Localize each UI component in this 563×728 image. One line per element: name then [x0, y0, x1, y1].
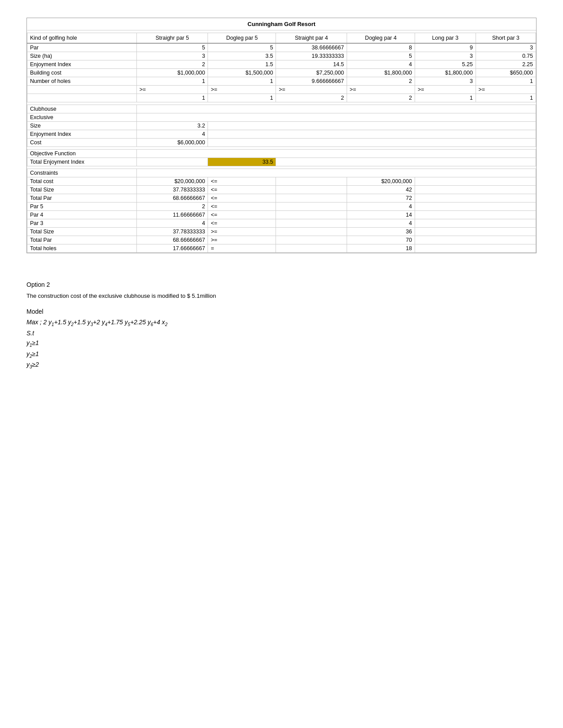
cell: 1	[136, 77, 208, 86]
cell: $20,000,000	[136, 177, 208, 186]
row-label: Par 3	[27, 219, 137, 228]
cell	[208, 130, 536, 139]
cell: 68.66666667	[136, 236, 208, 244]
cell	[415, 194, 536, 203]
cell: 2	[136, 60, 208, 69]
cell: 37.78333333	[136, 186, 208, 194]
option-title: Option 2	[26, 281, 537, 288]
table-row: Total Par 68.66666667 <= 72	[27, 194, 536, 203]
table-row: Constraints	[27, 169, 536, 177]
cell: $1,800,000	[415, 69, 476, 77]
cell	[415, 186, 536, 194]
cell: <=	[208, 194, 276, 203]
cell: >=	[347, 86, 415, 94]
cell: 0.75	[476, 52, 536, 60]
row-label: Enjoyment Index	[27, 130, 137, 139]
cell: <=	[208, 203, 276, 211]
cell: 18	[347, 244, 415, 253]
cell: 1.5	[208, 60, 276, 69]
table-row: Enjoyment Index 4	[27, 130, 536, 139]
row-label: Clubhouse	[27, 105, 137, 113]
row-label: Size (ha)	[27, 52, 137, 60]
cell: 4	[136, 130, 208, 139]
cell: 8	[347, 43, 415, 52]
cell: >=	[208, 236, 276, 244]
total-enjoyment-row: Total Enjoyment Index 33.5	[27, 158, 536, 166]
cell: 3	[415, 52, 476, 60]
cell	[136, 169, 536, 177]
table-row: Par 5 2 <= 4	[27, 203, 536, 211]
cell: 1	[208, 77, 276, 86]
max-line: Max ; 2 y1+1.5 y2+1.5 y3+2 y4+1.75 y5+2.…	[26, 319, 537, 327]
model-section: Model Max ; 2 y1+1.5 y2+1.5 y3+2 y4+1.75…	[26, 308, 537, 369]
cell: <=	[208, 211, 276, 219]
cell: $1,000,000	[136, 69, 208, 77]
cell: >=	[276, 86, 347, 94]
cell: $650,000	[476, 69, 536, 77]
cell: 1	[208, 94, 276, 102]
cell: 5	[208, 43, 276, 52]
col-header-3: Straight par 4	[276, 33, 347, 44]
table-row: Par 3 4 <= 4	[27, 219, 536, 228]
cell: 9	[415, 43, 476, 52]
cell: <=	[208, 186, 276, 194]
col-header-4: Dogleg par 4	[347, 33, 415, 44]
table-row: Par 4 11.66666667 <= 14	[27, 211, 536, 219]
row-label: Cost	[27, 139, 137, 147]
row-label: Constraints	[27, 169, 137, 177]
cell	[276, 194, 347, 203]
table-row: Objective Function	[27, 150, 536, 158]
table-title: Cunningham Golf Resort	[27, 18, 536, 30]
cell: 3	[415, 77, 476, 86]
row-label: Par 4	[27, 211, 137, 219]
table-title-row: Cunningham Golf Resort	[27, 18, 536, 30]
table-row: Clubhouse	[27, 105, 536, 113]
row-label: Objective Function	[27, 150, 137, 158]
table-row: Total cost $20,000,000 <= $20,000,000	[27, 177, 536, 186]
cell	[136, 158, 208, 166]
cell: 37.78333333	[136, 228, 208, 236]
cell: 2	[276, 94, 347, 102]
row-label: Enjoyment Index	[27, 60, 137, 69]
cell	[276, 186, 347, 194]
cell: 2.25	[476, 60, 536, 69]
option-description: The construction cost of the exclusive c…	[26, 293, 537, 299]
row-label: Par 5	[27, 203, 137, 211]
cell	[276, 203, 347, 211]
cell	[415, 177, 536, 186]
cell: $7,250,000	[276, 69, 347, 77]
cell: 14	[347, 211, 415, 219]
cell: >=	[208, 228, 276, 236]
cell: 70	[347, 236, 415, 244]
cell	[415, 211, 536, 219]
cell	[136, 105, 536, 113]
cell: 5.25	[415, 60, 476, 69]
row-label: Total cost	[27, 177, 137, 186]
cell: 4	[347, 219, 415, 228]
cell: 17.66666667	[136, 244, 208, 253]
cell: =	[208, 244, 276, 253]
cell	[276, 228, 347, 236]
cell: 3.5	[208, 52, 276, 60]
cell: 68.66666667	[136, 194, 208, 203]
constraint-3: y3≥2	[26, 361, 537, 369]
column-header-row: Kind of golfing hole Straighr par 5 Dogl…	[27, 33, 536, 44]
cell: 1	[476, 94, 536, 102]
cell: >=	[136, 86, 208, 94]
cell	[276, 219, 347, 228]
col-header-5: Long par 3	[415, 33, 476, 44]
row-label: Exclusive	[27, 113, 137, 122]
cell	[136, 113, 536, 122]
table-row: Enjoyment Index 2 1.5 14.5 4 5.25 2.25	[27, 60, 536, 69]
row-label: Total Enjoyment Index	[27, 158, 137, 166]
cell: 2	[136, 203, 208, 211]
cell: $1,500,000	[208, 69, 276, 77]
cell: 2	[347, 94, 415, 102]
cell: 42	[347, 186, 415, 194]
cell	[415, 236, 536, 244]
cell: 38.66666667	[276, 43, 347, 52]
row-label: Number of holes	[27, 77, 137, 86]
row-label: Total Par	[27, 236, 137, 244]
cell: 3	[136, 52, 208, 60]
cell	[276, 236, 347, 244]
